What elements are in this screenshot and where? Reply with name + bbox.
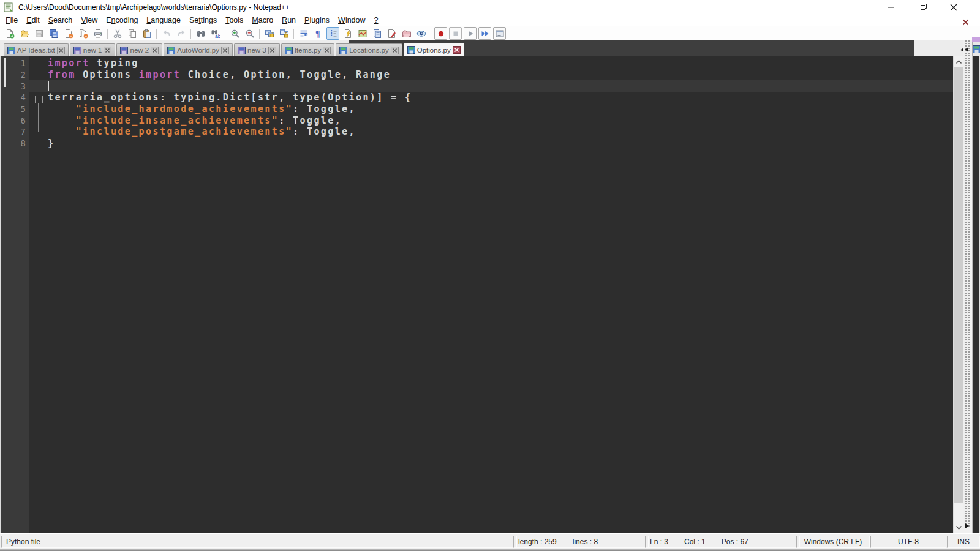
splitter-grip[interactable]	[968, 40, 970, 528]
tab-items[interactable]: Items.py	[281, 43, 334, 56]
macro-record-button[interactable]	[434, 27, 447, 40]
tab-new-3[interactable]: new 3	[234, 43, 280, 56]
tab-close-icon[interactable]	[151, 47, 159, 54]
print-button[interactable]	[91, 27, 104, 40]
tab-close-icon[interactable]	[104, 47, 111, 54]
tab-close-icon[interactable]	[391, 47, 399, 54]
show-all-characters-button[interactable]: ¶	[312, 27, 325, 40]
save-button[interactable]	[32, 27, 45, 40]
minimize-button[interactable]	[877, 0, 905, 15]
line-number[interactable]: 6	[1, 116, 31, 126]
replace-button[interactable]: ab	[209, 27, 222, 40]
show-indent-guide-button[interactable]	[326, 27, 339, 40]
menu-item-view[interactable]: View	[77, 15, 102, 26]
save-all-button[interactable]	[47, 27, 60, 40]
tab-locations[interactable]: Locations.py	[336, 43, 402, 56]
zoom-out-button[interactable]	[243, 27, 256, 40]
macro-play-button[interactable]	[464, 27, 477, 40]
tab-close-icon[interactable]	[221, 47, 229, 54]
copy-button[interactable]	[126, 27, 138, 40]
menu-item-run[interactable]: Run	[277, 15, 300, 26]
text-area[interactable]: 1import typing2from Options import Choic…	[1, 58, 953, 156]
menu-item-settings[interactable]: Settings	[185, 15, 221, 26]
line-number[interactable]: 3	[1, 81, 31, 91]
menu-item-plugins[interactable]: Plugins	[300, 15, 334, 26]
code-line[interactable]: 3	[1, 80, 953, 92]
line-number[interactable]: 1	[1, 58, 31, 68]
scrollbar-thumb[interactable]	[954, 67, 963, 503]
user-defined-language-button[interactable]	[341, 27, 354, 40]
menu-mnemonic: S	[48, 16, 53, 24]
close-button[interactable]	[940, 0, 968, 15]
monitoring-button[interactable]	[415, 27, 428, 40]
macro-save-icon	[495, 29, 505, 39]
tab-ap-ideas[interactable]: AP Ideas.txt	[4, 43, 69, 56]
menu-item-search[interactable]: Search	[44, 15, 77, 26]
open-file-button[interactable]	[18, 27, 31, 40]
editor[interactable]: 1import typing2from Options import Choic…	[0, 56, 953, 533]
secondary-tab-fragment[interactable]	[972, 42, 980, 56]
paste-button[interactable]	[140, 27, 153, 40]
macro-run-multiple-button[interactable]	[478, 27, 491, 40]
tab-label: new 3	[247, 47, 266, 54]
fold-collapse-icon[interactable]	[35, 96, 43, 103]
document-map-button[interactable]	[356, 27, 369, 40]
tab-new-1[interactable]: new 1	[70, 43, 116, 56]
menu-item-window[interactable]: Window	[334, 15, 369, 26]
function-list-button[interactable]	[385, 27, 398, 40]
code-line[interactable]: 4terraria_options: typing.Dict[str, type…	[1, 92, 953, 103]
close-all-button[interactable]	[77, 27, 89, 40]
sync-horizontal-button[interactable]	[277, 27, 290, 40]
vertical-scrollbar[interactable]	[953, 56, 964, 533]
menu-item-macro[interactable]: Macro	[247, 15, 277, 26]
toolbar-separator	[225, 29, 225, 39]
word-wrap-button[interactable]	[297, 27, 310, 40]
menu-item-tools[interactable]: Tools	[221, 15, 247, 26]
menu-item-language[interactable]: Language	[142, 15, 185, 26]
line-number[interactable]: 8	[1, 138, 31, 148]
tab-close-icon[interactable]	[453, 46, 461, 54]
code-line[interactable]: 7 "include_postgame_achievements": Toggl…	[1, 126, 953, 138]
scroll-down-icon[interactable]	[954, 522, 964, 533]
menu-item-file[interactable]: File	[1, 15, 22, 26]
cut-button[interactable]	[111, 27, 124, 40]
code-line[interactable]: 6 "include_insane_achievements": Toggle,	[1, 114, 953, 126]
menu-item-encoding[interactable]: Encoding	[102, 15, 142, 26]
tab-options[interactable]: Options.py	[404, 40, 464, 56]
view-splitter[interactable]	[963, 40, 972, 528]
find-button[interactable]	[194, 27, 207, 40]
save-all-icon	[49, 29, 59, 39]
tab-autoworld[interactable]: AutoWorld.py	[164, 43, 233, 56]
line-number[interactable]: 4	[1, 92, 31, 102]
undo-button[interactable]	[160, 27, 173, 40]
tab-close-icon[interactable]	[268, 47, 276, 54]
code-line[interactable]: 5 "include_hardmode_achievements": Toggl…	[1, 103, 953, 115]
tab-close-icon[interactable]	[323, 47, 331, 54]
new-file-button[interactable]	[3, 27, 16, 40]
code-line[interactable]: 8}	[1, 138, 953, 149]
close-file-button[interactable]	[62, 27, 75, 40]
scroll-up-icon[interactable]	[954, 56, 964, 67]
code-line[interactable]: 1import typing	[1, 58, 953, 69]
folder-as-workspace-button[interactable]	[400, 27, 413, 40]
tab-label: AP Ideas.txt	[17, 47, 55, 54]
splitter-grip[interactable]	[965, 40, 967, 528]
restore-button[interactable]	[910, 0, 938, 15]
menu-item-edit[interactable]: Edit	[22, 15, 44, 26]
close-document-x-icon[interactable]	[962, 17, 971, 26]
macro-stop-button[interactable]	[449, 27, 462, 40]
tab-close-icon[interactable]	[57, 47, 65, 54]
line-number[interactable]: 2	[1, 70, 31, 80]
line-number[interactable]: 7	[1, 127, 31, 137]
code-line[interactable]: 2from Options import Choice, Option, Tog…	[1, 69, 953, 81]
macro-save-button[interactable]	[493, 27, 506, 40]
tab-new-2[interactable]: new 2	[116, 43, 162, 56]
document-list-button[interactable]	[371, 27, 383, 40]
zoom-in-button[interactable]	[228, 27, 241, 40]
menu-item-help[interactable]: ?	[370, 15, 383, 26]
splitter-collapse-left-icon[interactable]	[965, 43, 968, 54]
line-number[interactable]: 5	[1, 104, 31, 114]
splitter-collapse-right-icon[interactable]	[965, 520, 969, 531]
redo-button[interactable]	[175, 27, 187, 40]
sync-vertical-button[interactable]	[263, 27, 276, 40]
